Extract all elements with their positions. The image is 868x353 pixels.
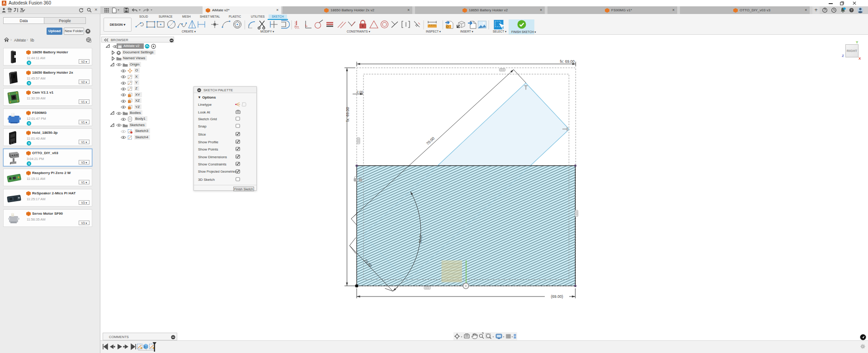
svg-text:S: S (28, 122, 30, 125)
svg-text:S: S (28, 142, 30, 145)
svg-text:fx: 69.00: fx: 69.00 (560, 59, 575, 64)
svg-text:S: S (28, 162, 30, 165)
svg-text:90.0°: 90.0° (418, 234, 423, 243)
svg-text:2.00: 2.00 (357, 90, 363, 94)
svg-text:(69.00): (69.00) (551, 294, 563, 299)
svg-text:?: ? (851, 9, 853, 12)
svg-text:S: S (28, 61, 30, 64)
svg-text:S: S (28, 82, 30, 85)
svg-text:70.00: 70.00 (425, 136, 436, 146)
svg-text:fx: 69.00: fx: 69.00 (345, 107, 350, 122)
